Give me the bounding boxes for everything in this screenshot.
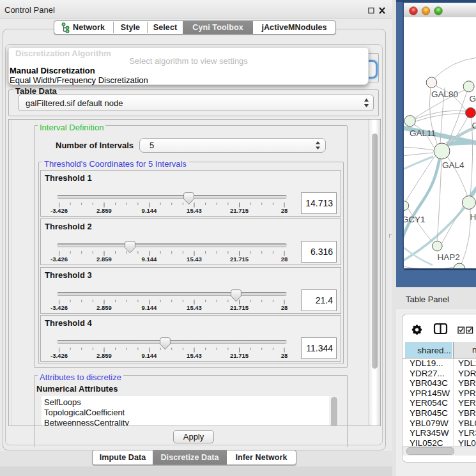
svg-text:GAL4: GAL4	[442, 160, 464, 170]
svg-text:GAL11: GAL11	[410, 128, 436, 138]
svg-text:CD: CD	[472, 121, 476, 130]
svg-text:GA: GA	[470, 94, 476, 104]
svg-text:HAP2: HAP2	[438, 252, 460, 262]
svg-text:HI: HI	[470, 212, 476, 222]
svg-text:GCY1: GCY1	[404, 215, 425, 224]
svg-text:GAL80: GAL80	[431, 89, 458, 99]
